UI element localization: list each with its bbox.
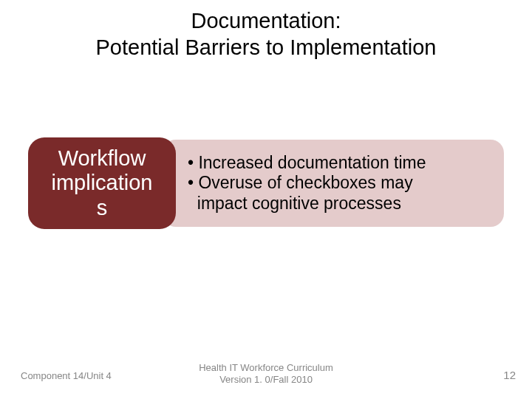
footer-center-line-2: Version 1. 0/Fall 2010 [219, 374, 313, 385]
footer-center-line-1: Health IT Workforce Curriculum [199, 362, 333, 373]
slide-title: Documentation: Potential Barriers to Imp… [0, 7, 532, 61]
footer-center: Health IT Workforce Curriculum Version 1… [0, 362, 532, 386]
category-line-3: s [97, 196, 108, 220]
title-line-2: Potential Barriers to Implementation [96, 35, 437, 59]
detail-pill: • Increased documentation time • Overuse… [163, 140, 504, 227]
bullet-2: • Overuse of checkboxes may [188, 173, 491, 194]
slide-number: 12 [503, 369, 516, 381]
bullet-2-cont: impact cognitive processes [188, 194, 491, 214]
content-row: Workflow implication s • Increased docum… [28, 137, 504, 229]
slide: Documentation: Potential Barriers to Imp… [0, 0, 532, 399]
category-line-2: implication [52, 171, 153, 195]
category-line-1: Workflow [58, 146, 146, 171]
category-pill: Workflow implication s [28, 137, 176, 229]
title-line-1: Documentation: [191, 9, 341, 33]
bullet-1: • Increased documentation time [188, 153, 491, 174]
